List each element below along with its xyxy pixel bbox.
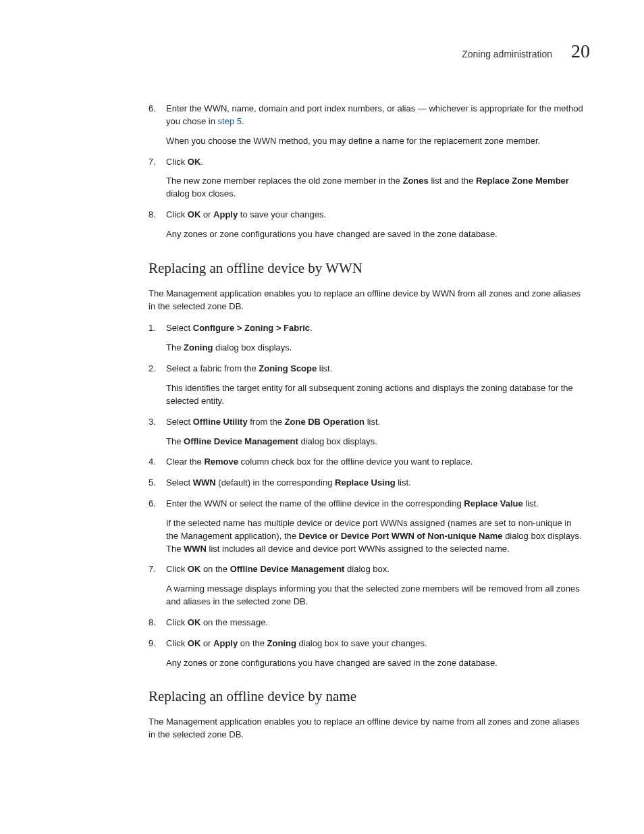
- step-text: Select Offline Utility from the Zone DB …: [166, 416, 583, 429]
- header-title: Zoning administration: [462, 49, 552, 59]
- step-text: Any zones or zone configurations you hav…: [166, 228, 583, 241]
- step-item: 9.Click OK or Apply on the Zoning dialog…: [149, 637, 583, 670]
- section-heading-name: Replacing an offline device by name: [149, 688, 583, 705]
- step-item: 6.Enter the WWN, name, domain and port i…: [149, 103, 583, 148]
- steps-continued: 6.Enter the WWN, name, domain and port i…: [149, 103, 583, 241]
- step-text: Clear the Remove column check box for th…: [166, 456, 583, 469]
- step-number: 6.: [149, 498, 156, 511]
- step-text: Enter the WWN, name, domain and port ind…: [166, 103, 583, 128]
- step-number: 8.: [149, 209, 156, 221]
- step-number: 8.: [149, 617, 156, 629]
- step-item: 2.Select a fabric from the Zoning Scope …: [149, 363, 583, 408]
- step-text: The new zone member replaces the old zon…: [166, 175, 583, 201]
- step-text: Click OK or Apply on the Zoning dialog b…: [166, 637, 583, 650]
- step-text: Click OK.: [166, 156, 583, 169]
- intro-name: The Management application enables you t…: [149, 716, 583, 741]
- step-number: 7.: [149, 156, 156, 169]
- step-item: 5.Select WWN (default) in the correspond…: [149, 477, 583, 490]
- page-header: Zoning administration 20: [47, 41, 597, 62]
- step-item: 1.Select Configure > Zoning > Fabric.The…: [149, 322, 583, 355]
- step-text: If the selected name has multiple device…: [166, 517, 583, 556]
- step-text: The Offline Device Management dialog box…: [166, 436, 583, 448]
- step-text: Click OK on the message.: [166, 617, 583, 629]
- page-content: 6.Enter the WWN, name, domain and port i…: [47, 103, 597, 741]
- step-text: Select a fabric from the Zoning Scope li…: [166, 363, 583, 375]
- step-text: Select Configure > Zoning > Fabric.: [166, 322, 583, 335]
- step-item: 7.Click OK on the Offline Device Managem…: [149, 563, 583, 608]
- step-text: Click OK on the Offline Device Managemen…: [166, 563, 583, 576]
- step-text: Enter the WWN or select the name of the …: [166, 498, 583, 511]
- step-number: 2.: [149, 363, 156, 375]
- step-text: Any zones or zone configurations you hav…: [166, 657, 583, 670]
- step-item: 7.Click OK.The new zone member replaces …: [149, 156, 583, 201]
- steps-wwn: 1.Select Configure > Zoning > Fabric.The…: [149, 322, 583, 669]
- step-item: 6.Enter the WWN or select the name of th…: [149, 498, 583, 555]
- step-text: Select WWN (default) in the correspondin…: [166, 477, 583, 490]
- step-text: This identifies the target entity for al…: [166, 382, 583, 408]
- step-number: 4.: [149, 456, 156, 469]
- step-number: 5.: [149, 477, 156, 490]
- step-number: 6.: [149, 103, 156, 115]
- step-item: 8.Click OK on the message.: [149, 617, 583, 629]
- chapter-number: 20: [571, 41, 590, 62]
- step-number: 7.: [149, 563, 156, 576]
- step-text: Click OK or Apply to save your changes.: [166, 209, 583, 221]
- step-number: 1.: [149, 322, 156, 335]
- step-number: 9.: [149, 637, 156, 650]
- step-number: 3.: [149, 416, 156, 429]
- section-heading-wwn: Replacing an offline device by WWN: [149, 260, 583, 277]
- step-text: The Zoning dialog box displays.: [166, 342, 583, 355]
- step-item: 4.Clear the Remove column check box for …: [149, 456, 583, 469]
- intro-wwn: The Management application enables you t…: [149, 288, 583, 313]
- step-text: When you choose the WWN method, you may …: [166, 135, 583, 148]
- step-item: 8.Click OK or Apply to save your changes…: [149, 209, 583, 241]
- step-text: A warning message displays informing you…: [166, 583, 583, 608]
- step-item: 3.Select Offline Utility from the Zone D…: [149, 416, 583, 448]
